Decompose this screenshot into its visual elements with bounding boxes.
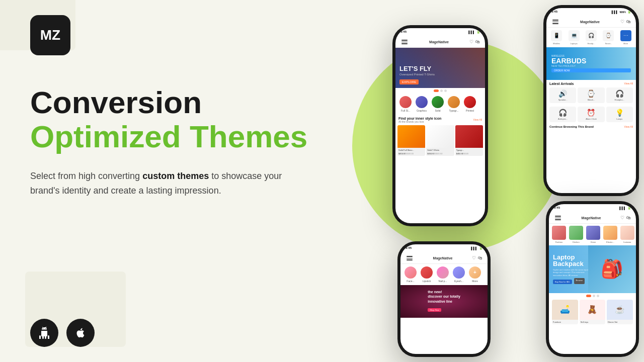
backpack-banner: 🎒 LaptopBackpack Stylish and intuitive w… (549, 245, 636, 293)
view-all-2[interactable]: View All (624, 82, 633, 85)
phone-fashion-screen: 9:45 ▌▌▌ 🔋 MageNative ♡ 🛍 (395, 28, 485, 223)
beauty-cat-nail[interactable]: Nail p... (436, 266, 450, 283)
headline-line2: Optimized Themes (30, 120, 352, 154)
banner-content-1: LET'S FLY Oversized Printed T-Shirts EXP… (399, 65, 435, 84)
app-header-3: MageNative ♡ 🛍 (400, 251, 488, 264)
fashion-cat-electro[interactable]: Electro... (603, 226, 617, 243)
status-icons-2: ▌▌▌ WiFi 🔋 (612, 10, 631, 14)
clothing-price-1: $404.60 $500.00 (397, 152, 425, 156)
browse-view[interactable]: View All (624, 125, 633, 128)
arrival-speaker[interactable]: 🔊 Speaker... (549, 87, 576, 103)
view-all-1[interactable]: View All (473, 118, 482, 121)
body-start: Select from high converting (30, 171, 142, 181)
time-3: 9:45 (406, 246, 412, 250)
app-header-2: MageNative ♡ 🛍 (546, 15, 636, 28)
fashion-cat-home[interactable]: Home (586, 226, 600, 243)
clothing-name-3: Typogr... (455, 148, 483, 152)
cat-label-2: Graphics (417, 109, 427, 112)
phones-container: 9:45 ▌▌▌ 🔋 MageNative ♡ 🛍 (332, 0, 644, 362)
clothing-price-3: $404.60 $500 (455, 152, 483, 156)
arrival-watch[interactable]: ⌚ Watch... (578, 87, 604, 103)
browse-title: Continue Browsing This Brand (549, 125, 594, 128)
bp-product-grid: 🛋️ Furniture 🧸 Soft toys ☕ Dinner Set (549, 299, 636, 325)
cat-item-5[interactable]: Printed (463, 96, 477, 112)
banner-dots-1 (395, 88, 485, 94)
explore-button-1[interactable]: EXPLORE (399, 79, 419, 84)
status-icons-1: ▌▌▌ 🔋 (468, 30, 480, 34)
arrivals-grid-2: 🎧 Airdopes... ⏰ Alarm Clock 💡 Lamps (546, 106, 636, 123)
time-2: 9:45 (551, 10, 557, 14)
brand-logo: MZ (30, 15, 70, 55)
app-header-4: MageNative ♡ 🛍 (549, 211, 636, 224)
fashion-cat-footwear[interactable]: footwear (620, 226, 634, 243)
hero-body: Select from high converting custom theme… (30, 169, 292, 198)
banner-sub-1: Oversized Printed T-Shirts (399, 73, 435, 76)
android-icon[interactable] (30, 319, 58, 347)
beauty-cat-face[interactable]: Face... (404, 266, 418, 283)
fashion-cat-row: Fashion Kitchen Home Electro... footwear (549, 224, 636, 245)
hero-section: Conversion Optimized Themes Select from … (30, 85, 352, 198)
buy-now-btn[interactable]: Buy Now for $55 (553, 280, 572, 284)
beauty-cat-eye[interactable]: Eyesh... (452, 266, 466, 283)
clothing-name-2: Solid T-Shirts (426, 148, 454, 152)
status-bar-2: 9:45 ▌▌▌ WiFi 🔋 (546, 8, 636, 15)
browse-btn[interactable]: Browse (574, 278, 585, 284)
logo-letters: MZ (40, 28, 60, 42)
elec-banner: WIRELESS EARBUDS NEW TECHNOLOGY ORDER NO… (546, 47, 636, 80)
banner-text-1: LET'S FLY (399, 65, 435, 72)
banner-dots-4 (549, 293, 636, 299)
cat-item-4[interactable]: Typogr... (447, 96, 461, 112)
app-header-1: MageNative ♡ 🛍 (395, 35, 485, 48)
headline-line1: Conversion (30, 85, 352, 120)
elec-cat-headphones[interactable]: 🎧 Headp... (583, 30, 599, 45)
beauty-banner-text: the new!discover our totallyinnovative l… (428, 290, 460, 303)
phone-electronics: 9:45 ▌▌▌ WiFi 🔋 MageNative ♡ 🛍 (543, 5, 639, 196)
elec-cat-more[interactable]: ⋯ More (618, 30, 634, 45)
clothing-card-3[interactable]: Typogr... $404.60 $500 (455, 125, 483, 156)
beauty-cat-more[interactable]: + More (468, 266, 482, 283)
elec-cat-mobiles[interactable]: 📱 Mobiles (548, 30, 565, 45)
arrival-alarm[interactable]: ⏰ Alarm Clock (578, 107, 604, 122)
hamburger-menu-3[interactable] (406, 255, 414, 261)
status-bar-1: 9:45 ▌▌▌ 🔋 (395, 28, 485, 35)
beauty-cat-row: Face... Lipstick Nail p... Eyesh... + (400, 264, 488, 285)
platform-icons-container (30, 319, 95, 347)
bp-prod-furniture[interactable]: 🛋️ Furniture (552, 300, 578, 324)
shop-now-btn[interactable]: Shop Now (428, 308, 441, 312)
app-logo-4: MageNative (582, 216, 601, 220)
hamburger-menu-2[interactable] (551, 19, 559, 25)
beauty-cat-lipstick[interactable]: Lipstick (420, 266, 434, 283)
phone-electronics-screen: 9:45 ▌▌▌ WiFi 🔋 MageNative ♡ 🛍 (546, 8, 636, 193)
hamburger-menu-1[interactable] (400, 39, 409, 45)
body-bold: custom themes (142, 171, 209, 181)
cat-item-2[interactable]: Graphics (415, 96, 429, 112)
cat-label-1: Full Sl... (401, 109, 410, 112)
banner-1: LET'S FLY Oversized Printed T-Shirts EXP… (395, 48, 485, 88)
phone-backpack: 9:45 ▌▌▌ 🔋 MageNative ♡ 🛍 (546, 201, 639, 357)
ios-icon[interactable] (66, 319, 95, 347)
bp-prod-dinnerset[interactable]: ☕ Dinner Set (607, 300, 633, 324)
elec-cat-laptops[interactable]: 💻 Laptops (566, 30, 582, 45)
cat-item-1[interactable]: Full Sl... (398, 96, 413, 112)
hamburger-menu-4[interactable] (554, 215, 562, 221)
category-row-1: Full Sl... Graphics Solid Typogr... Prin… (395, 94, 485, 115)
phone-beauty: 9:45 ▌▌▌ 🔋 MageNative ♡ 🛍 (397, 241, 491, 357)
clothing-card-2[interactable]: Solid T-Shirts $404.60 $500.60 (426, 125, 454, 156)
elec-banner-sub: NEW TECHNOLOGY (551, 64, 631, 67)
order-now-btn[interactable]: ORDER NOW (551, 68, 631, 72)
arrival-airdopes[interactable]: 🎧 Airdopes... (549, 107, 576, 122)
status-bar-3: 9:45 ▌▌▌ 🔋 (400, 244, 488, 251)
clothing-grid-1: Solid Full Sleev... $404.60 $500.00 Soli… (395, 124, 485, 157)
elec-cat-smart[interactable]: ⌚ Smart... (600, 30, 616, 45)
arrival-lamps[interactable]: 💡 Lamps (606, 107, 633, 122)
fashion-cat-fashion[interactable]: Fashion (552, 226, 566, 243)
backpack-desc: Stylish and intuitive with the same inpu… (553, 268, 593, 277)
cat-item-3[interactable]: Solid (431, 96, 445, 112)
fashion-cat-kitchen[interactable]: Kitchen (569, 226, 583, 243)
arrival-headphones[interactable]: 🎧 Headpho... (606, 87, 633, 103)
cat-label-5: Printed (466, 109, 474, 112)
section-header-2: Latest Arrivals View All (546, 80, 636, 86)
clothing-card-1[interactable]: Solid Full Sleev... $404.60 $500.00 (397, 125, 425, 156)
bp-prod-softtoys[interactable]: 🧸 Soft toys (580, 300, 606, 324)
arrivals-title: Latest Arrivals (549, 82, 574, 85)
